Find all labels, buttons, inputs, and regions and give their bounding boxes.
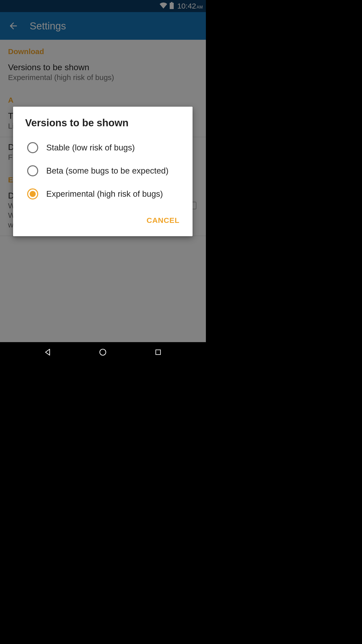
nav-recents-button[interactable] [151,345,166,360]
nav-back-button[interactable] [40,345,55,360]
radio-label: Experimental (high risk of bugs) [46,189,163,199]
triangle-back-icon [43,348,52,357]
radio-icon [27,188,38,199]
circle-home-icon [98,348,107,357]
dialog-versions: Versions to be shown Stable (low risk of… [13,107,193,236]
cancel-button[interactable]: CANCEL [146,215,180,226]
dialog-actions: CANCEL [13,206,193,236]
radio-label: Beta (some bugs to be expected) [46,166,168,176]
radio-option-beta[interactable]: Beta (some bugs to be expected) [13,159,193,182]
radio-label: Stable (low risk of bugs) [46,143,135,152]
svg-rect-3 [156,350,161,355]
nav-home-button[interactable] [95,345,110,360]
radio-option-experimental[interactable]: Experimental (high risk of bugs) [13,182,193,206]
square-recents-icon [154,348,162,356]
dialog-title: Versions to be shown [13,107,193,136]
radio-icon [27,165,38,176]
radio-icon [27,142,38,153]
navigation-bar [0,342,206,362]
radio-option-stable[interactable]: Stable (low risk of bugs) [13,136,193,159]
radio-list: Stable (low risk of bugs) Beta (some bug… [13,136,193,206]
svg-point-2 [100,349,106,355]
screen: 10:42 AM Settings Download Versions to b… [0,0,206,362]
